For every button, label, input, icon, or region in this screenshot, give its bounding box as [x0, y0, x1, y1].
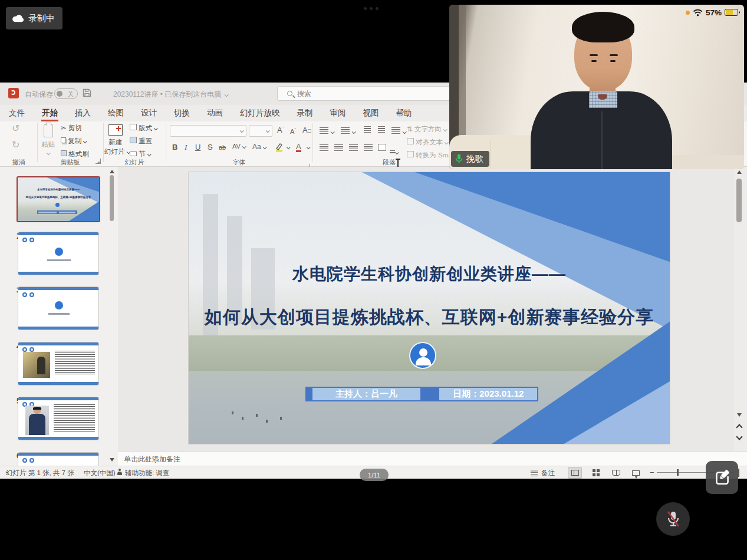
decrease-indent-button[interactable]	[364, 126, 371, 133]
powerpoint-logo-icon[interactable]	[8, 88, 19, 98]
align-text-button[interactable]: 对齐文本	[407, 138, 447, 147]
search-input[interactable]	[297, 90, 427, 98]
autosave-toggle[interactable]: 关	[54, 88, 78, 99]
tab-record[interactable]: 录制	[297, 106, 314, 121]
slideshow-view-button[interactable]	[629, 467, 642, 478]
undo-button[interactable]: ↺	[12, 123, 19, 134]
thumb-scroll-up-icon[interactable]	[110, 170, 114, 173]
reading-view-icon	[612, 470, 620, 476]
paste-button[interactable]	[44, 124, 53, 137]
tab-slideshow[interactable]: 幻灯片放映	[239, 106, 281, 121]
font-color-chevron-icon[interactable]	[307, 145, 311, 149]
format-painter-icon	[61, 150, 67, 156]
cut-button[interactable]: ✂ 剪切	[61, 124, 82, 133]
new-slide-button[interactable]	[108, 124, 123, 136]
align-left-button[interactable]	[320, 144, 328, 151]
layout-button[interactable]: 版式	[130, 124, 157, 133]
line-spacing-button[interactable]	[391, 126, 406, 136]
save-icon[interactable]	[83, 88, 91, 97]
justify-button[interactable]	[364, 144, 373, 151]
italic-button[interactable]: I	[185, 143, 187, 152]
date-box[interactable]: 日期：2023.01.12	[439, 388, 537, 400]
highlight-chevron-icon[interactable]	[287, 145, 291, 149]
search-box[interactable]	[277, 86, 454, 101]
font-size-dropdown[interactable]	[249, 125, 272, 137]
strikethrough-button[interactable]: S	[208, 143, 213, 151]
highlight-color-icon[interactable]	[275, 143, 284, 152]
tab-review[interactable]: 审阅	[330, 106, 347, 121]
bullets-button[interactable]	[320, 126, 334, 136]
slide-counter: 幻灯片 第 1 张, 共 7 张	[6, 469, 74, 477]
slide-title-line2[interactable]: 如何从大创项目提炼挑战杯、互联网+创新赛事经验分享	[189, 305, 670, 330]
tab-transitions[interactable]: 切换	[173, 106, 190, 121]
columns-button[interactable]	[378, 144, 386, 151]
slide-thumbnail-1[interactable]: 水电院学生科协创新创业类讲座—— 如何从大创项目提炼挑战杯、互联网+创新赛事经验…	[17, 176, 100, 222]
slide-scrollbar[interactable]	[735, 167, 745, 451]
host-box[interactable]: 主持人：吕一凡	[312, 388, 420, 400]
document-title[interactable]: 20230112讲座 • 已保存到这台电脑	[113, 90, 228, 100]
text-direction-button[interactable]: ⇅ 文字方向	[407, 125, 446, 134]
new-slide-icon	[108, 124, 123, 136]
redo-button[interactable]: ↻	[12, 139, 19, 150]
grow-font-button[interactable]: Aˆ	[277, 126, 284, 134]
scroll-up-icon[interactable]	[737, 170, 742, 174]
slide-sorter-view-button[interactable]	[590, 467, 603, 478]
notes-toggle-button[interactable]: 备注	[541, 469, 555, 477]
language-indicator[interactable]: 中文(中国)	[84, 469, 116, 477]
clear-formatting-button[interactable]: A	[302, 126, 311, 134]
align-right-button[interactable]	[349, 144, 358, 151]
tab-view[interactable]: 视图	[363, 106, 380, 121]
tab-design[interactable]: 设计	[140, 106, 157, 121]
fit-to-window-button[interactable]	[738, 469, 739, 477]
tab-draw[interactable]: 绘图	[107, 106, 124, 121]
tab-insert[interactable]: 插入	[74, 106, 91, 121]
strikethrough-ab-button[interactable]: ab	[219, 144, 226, 151]
align-center-button[interactable]	[334, 144, 343, 151]
reset-button[interactable]: 重置	[130, 137, 152, 146]
scroll-thumb[interactable]	[736, 179, 742, 222]
bold-button[interactable]: B	[172, 143, 177, 151]
tab-home[interactable]: 开始	[41, 106, 58, 121]
clipboard-dialog-launcher[interactable]	[96, 159, 101, 164]
tab-animations[interactable]: 动画	[206, 106, 223, 121]
accessibility-status[interactable]: 辅助功能: 调查	[125, 469, 169, 477]
underline-button[interactable]: U	[195, 143, 200, 151]
previous-slide-button[interactable]	[736, 424, 742, 430]
webcam-video[interactable]: 57% 挽歌	[449, 5, 744, 169]
normal-view-button[interactable]	[568, 467, 581, 478]
thumb-scroll-thumb[interactable]	[110, 175, 114, 221]
annotate-button[interactable]	[706, 461, 738, 494]
add-remove-columns-button[interactable]	[390, 146, 398, 157]
scroll-down-icon[interactable]	[737, 413, 742, 417]
slide-title-line1[interactable]: 水电院学生科协创新创业类讲座——	[189, 263, 670, 285]
font-color-button[interactable]: A	[296, 143, 301, 152]
increase-indent-button[interactable]	[378, 126, 385, 133]
thumb-scroll-down-icon[interactable]	[110, 458, 114, 462]
meeting-handle-dots-icon[interactable]	[364, 7, 381, 11]
slide-thumbnail-4[interactable]	[18, 342, 99, 386]
shrink-font-button[interactable]: Aˇ	[290, 127, 296, 135]
slide-thumbnail-6[interactable]	[18, 452, 99, 466]
tab-help[interactable]: 帮助	[396, 106, 413, 121]
zoom-slider-thumb[interactable]	[677, 469, 679, 476]
thumbnail-scrollbar[interactable]	[108, 167, 116, 466]
reading-view-button[interactable]	[610, 467, 623, 478]
numbering-button[interactable]	[341, 126, 355, 136]
section-button[interactable]: 节	[130, 150, 150, 159]
slide-thumbnail-5[interactable]	[18, 397, 99, 440]
zoom-out-button[interactable]: −	[650, 468, 654, 477]
slide-thumbnail-2[interactable]	[18, 232, 99, 275]
format-painter-button[interactable]: 格式刷	[61, 150, 89, 159]
layout-icon	[130, 124, 137, 130]
character-spacing-button[interactable]: AV	[232, 143, 245, 150]
font-name-dropdown[interactable]	[170, 125, 246, 137]
notes-pane[interactable]: 单击此处添加备注	[118, 451, 747, 466]
mute-microphone-button[interactable]	[656, 502, 690, 536]
copy-button[interactable]: 复制	[61, 137, 86, 146]
normal-view-icon	[571, 470, 579, 476]
slide-canvas[interactable]: 水电院学生科协创新创业类讲座—— 如何从大创项目提炼挑战杯、互联网+创新赛事经验…	[189, 172, 670, 444]
change-case-button[interactable]: Aa	[252, 143, 266, 151]
tab-file[interactable]: 文件	[8, 106, 25, 121]
slide-thumbnail-3[interactable]	[18, 286, 99, 330]
next-slide-button[interactable]	[736, 433, 742, 440]
